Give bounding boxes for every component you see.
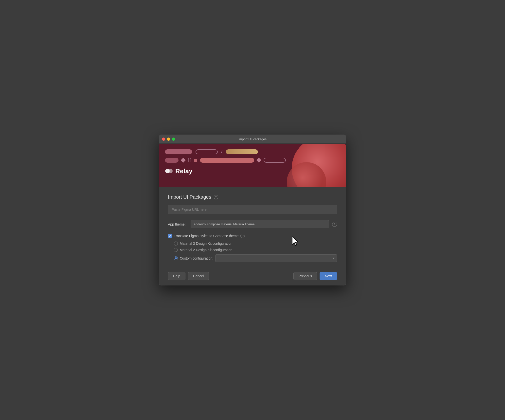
app-theme-input[interactable] [191,220,329,228]
main-content: Import UI Packages ? App theme: ? ✓ Tran… [159,187,346,268]
hero-diamond-icon [181,158,186,163]
footer-left-buttons: Help Cancel [168,272,209,280]
radio-material2-row: Material 2 Design Kit configuration [174,248,337,252]
page-title-help-icon[interactable]: ? [214,195,218,199]
page-title-row: Import UI Packages ? [168,194,337,200]
hero-pill-filled [165,149,192,154]
hero-pill-outline2 [264,158,286,163]
hero-row1: / [165,149,340,154]
hero-pill-salmon [200,158,254,163]
radio-custom-label: Custom configuration: [180,256,213,260]
custom-config-input[interactable] [215,254,337,262]
next-button[interactable]: Next [320,272,337,280]
translate-checkbox-row: ✓ Translate Figma styles to Compose them… [168,234,337,238]
svg-point-1 [168,169,173,173]
radio-custom[interactable] [174,256,178,260]
footer-right-buttons: Previous Next [293,272,337,280]
relay-logo-text: Relay [175,167,192,175]
hero-elements: / [ ] Relay [165,149,340,175]
titlebar-buttons [162,138,175,141]
translate-checkbox[interactable]: ✓ [168,234,172,238]
radio-material2[interactable] [174,248,178,252]
radio-options: Material 3 Design Kit configuration Mate… [168,242,337,262]
app-theme-help-icon[interactable]: ? [332,222,337,227]
hero-pill-outline [196,149,218,154]
relay-logo: Relay [165,167,340,175]
custom-config-row: Custom configuration: ▼ [174,254,337,262]
hero-row2: [ ] [165,158,340,163]
radio-material2-label: Material 2 Design Kit configuration [180,248,232,252]
radio-material3-label: Material 3 Design Kit configuration [180,242,232,245]
app-theme-label: App theme: [168,222,188,226]
radio-material3[interactable] [174,242,178,245]
url-input-container [168,205,337,214]
previous-button[interactable]: Previous [293,272,317,280]
footer: Help Cancel Previous Next [159,268,346,285]
hero-square-icon [194,159,197,162]
titlebar: Import UI Packages [159,135,346,144]
page-title: Import UI Packages [168,194,211,200]
radio-material3-row: Material 3 Design Kit configuration [174,242,337,245]
help-button[interactable]: Help [168,272,185,280]
hero-pill-small [165,158,179,163]
dialog-window: Import UI Packages / [ ] [159,135,346,285]
minimize-button[interactable] [167,138,170,141]
translate-checkbox-label: Translate Figma styles to Compose theme [174,234,238,238]
cancel-button[interactable]: Cancel [188,272,209,280]
custom-config-input-wrapper: ▼ [215,254,337,262]
checkbox-check-icon: ✓ [169,234,171,238]
hero-diamond2-icon [256,158,261,163]
hero-pill-gradient [226,149,258,154]
maximize-button[interactable] [172,138,175,141]
close-button[interactable] [162,138,165,141]
hero-banner: / [ ] Relay [159,144,346,187]
relay-logo-icon [165,167,173,175]
window-title: Import UI Packages [238,137,267,141]
translate-help-icon[interactable]: ? [240,234,245,238]
app-theme-row: App theme: ? [168,220,337,228]
hero-slash-icon: / [221,149,222,154]
figma-url-input[interactable] [168,205,337,214]
hero-brackets-icon: [ ] [188,158,191,162]
